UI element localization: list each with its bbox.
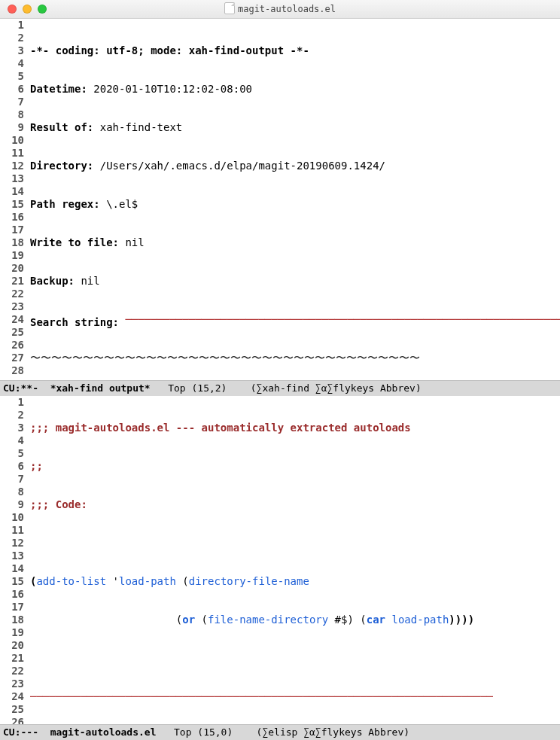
modeline-buffer-name: magit-autoloads.el — [50, 726, 157, 738]
fn: add-to-list — [36, 575, 106, 587]
line-number-gutter: 1234 5678 9101112 13141516 17181920 2122… — [0, 396, 29, 724]
buffer-magit-autoloads[interactable]: 1234 5678 9101112 13141516 17181920 2122… — [0, 396, 560, 724]
separator: ────────────────────────────────────────… — [30, 690, 493, 703]
kw: or — [182, 614, 195, 626]
fn: directory-file-name — [189, 575, 309, 587]
comment: ;;; magit-autoloads.el --- automatically… — [30, 422, 411, 434]
comment: ;;; Code: — [30, 498, 87, 510]
value: nil — [125, 236, 144, 248]
comment: ;; — [30, 460, 43, 472]
kw: car — [367, 614, 385, 626]
value: \.el$ — [106, 198, 138, 210]
sym: load-path — [391, 614, 449, 626]
label: Write to file: — [30, 236, 125, 248]
text: ' — [106, 575, 119, 587]
value: xah-find-text — [100, 121, 183, 133]
modeline-bottom[interactable]: CU:--- magit-autoloads.el Top (15,0) (∑e… — [0, 724, 560, 740]
text: -*- coding: utf-8; mode: xah-find-output… — [30, 44, 309, 56]
paren: )))) — [449, 614, 474, 626]
modeline-buffer-name: *xah-find output* — [50, 382, 151, 394]
modeline-modes: (∑xah-find ∑α∑flykeys Abbrev) — [251, 382, 422, 394]
label: Backup: — [30, 275, 81, 287]
modeline-status: CU:**- — [3, 382, 50, 394]
window-title: magit-autoloads.el — [0, 2, 560, 16]
modeline-status: CU:--- — [3, 726, 50, 738]
code-area[interactable]: -*- coding: utf-8; mode: xah-find-output… — [30, 19, 560, 380]
code-area[interactable]: ;;; magit-autoloads.el --- automatically… — [30, 396, 560, 724]
label: Path regex: — [30, 198, 106, 210]
separator: ────────────────────────────────────────… — [125, 313, 560, 326]
label: Search string: — [30, 316, 125, 328]
modeline-top[interactable]: CU:**- *xah-find output* Top (15,2) (∑xa… — [0, 380, 560, 396]
label: Directory: — [30, 160, 100, 172]
text: ( — [195, 614, 208, 626]
window-titlebar: magit-autoloads.el — [0, 0, 560, 19]
value: /Users/xah/.emacs.d/elpa/magit-20190609.… — [100, 160, 385, 172]
file-icon — [224, 2, 235, 14]
window-title-text: magit-autoloads.el — [238, 4, 336, 14]
label: Result of: — [30, 121, 100, 133]
label: Datetime: — [30, 83, 93, 95]
text: ( — [30, 614, 182, 626]
modeline-modes: (∑elisp ∑α∑flykeys Abbrev) — [257, 726, 410, 738]
modeline-position: Top (15,2) — [151, 382, 251, 394]
separator: 〜〜〜〜〜〜〜〜〜〜〜〜〜〜〜〜〜〜〜〜〜〜〜〜〜〜〜〜〜〜〜〜〜〜〜〜〜 — [30, 352, 420, 364]
text: ( — [176, 575, 189, 587]
modeline-position: Top (15,0) — [157, 726, 257, 738]
value: nil — [81, 275, 99, 287]
sym: load-path — [119, 575, 176, 587]
value: 2020-01-10T10:12:02-08:00 — [93, 83, 252, 95]
line-number-gutter: 1234 5678 9101112 13141516 17181920 2122… — [0, 19, 29, 380]
fn: file-name-directory — [208, 614, 328, 626]
buffer-xah-find-output[interactable]: 1234 5678 9101112 13141516 17181920 2122… — [0, 19, 560, 380]
text: #$) ( — [328, 614, 367, 626]
